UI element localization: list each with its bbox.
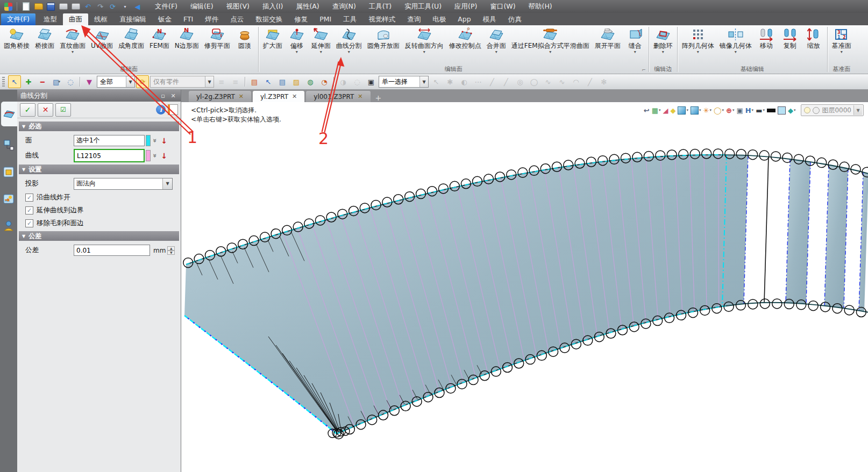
model-canvas[interactable] (181, 102, 868, 472)
ribbon-button-基准面[interactable]: 312 基准面 ▾ (829, 26, 854, 55)
list-manager-icon[interactable]: ▤ (248, 75, 261, 88)
ribbon-tab-曲面[interactable]: 曲面 (63, 13, 88, 25)
section-required[interactable]: ▼ 必选 (19, 121, 179, 131)
ribbon-button-移动[interactable]: 移动 (755, 26, 778, 55)
section-icon[interactable]: ◑ (337, 75, 350, 88)
checkbox-icon[interactable]: ✓ (25, 219, 33, 227)
snap-icon-1[interactable]: ✱ (444, 75, 457, 88)
tolerance-spinner[interactable]: ▲▼ (167, 246, 175, 255)
align-icon[interactable]: ≡ (215, 75, 228, 88)
ribbon-tab-工具[interactable]: 工具 (337, 13, 362, 25)
snap-icon-10[interactable]: ◠ (570, 75, 582, 88)
viewport[interactable]: yl-2g.Z3PRT✕yl.Z3PRT✕yl001.Z3PRT✕+ <Ctrl… (181, 90, 868, 472)
ribbon-button-修剪平面[interactable]: 修剪平面 (202, 26, 233, 55)
pick-mode-combo[interactable]: 单一选择▼ (379, 76, 429, 88)
menu-窗口(W)[interactable]: 窗口(W) (485, 0, 521, 13)
ribbon-button-镜像几何体[interactable]: 镜像几何体 ▾ (717, 26, 755, 55)
chevron-down-icon[interactable]: ▾ (348, 49, 350, 54)
checkbox-移除毛刺和面边[interactable]: ✓移除毛刺和面边 (25, 218, 181, 228)
ribbon-button-删除环[interactable]: 删除环 ▾ (651, 26, 675, 55)
chevron-down-icon[interactable]: ▾ (634, 49, 636, 54)
projection-select[interactable]: 面法向 ▼ (74, 178, 173, 190)
ribbon-button-FEM面[interactable]: N FEM面 (147, 26, 172, 55)
ghost-icon[interactable]: ◌ (351, 75, 364, 88)
snap-icon-7[interactable]: ◯ (528, 75, 540, 88)
snap-icon-11[interactable]: ╱ (584, 75, 596, 88)
chevron-down-icon[interactable]: ▾ (662, 49, 664, 54)
close-icon[interactable]: ✕ (239, 93, 244, 100)
distribute-icon[interactable]: ≡ (229, 75, 242, 88)
ribbon-tab-PMI[interactable]: PMI (314, 13, 337, 25)
menu-工具(T)[interactable]: 工具(T) (364, 0, 397, 13)
ribbon-button-偏移[interactable]: 偏移 ▾ (285, 26, 309, 55)
window-select-icon[interactable]: ▧▾ (50, 75, 63, 88)
section-tolerance[interactable]: ▼ 公差 (19, 231, 179, 241)
chart-icon[interactable]: ◔ (318, 75, 331, 88)
ribbon-button-缝合[interactable]: 缝合 ▾ (623, 26, 647, 55)
print-icon[interactable] (59, 2, 68, 11)
ribbon-button-圆角开放面[interactable]: 圆角开放面 (365, 26, 402, 55)
chevron-down-icon[interactable]: ▾ (423, 49, 425, 54)
menu-插入(I)[interactable]: 插入(I) (257, 0, 288, 13)
snap-icon-8[interactable]: ∿ (542, 75, 554, 88)
sidebar-visual-manager-icon[interactable] (2, 165, 16, 179)
snap-icon-0[interactable]: ↖ (430, 75, 443, 88)
panel-restore-icon[interactable]: ▫ (159, 92, 167, 100)
face-input[interactable]: 选中1个 (74, 135, 145, 146)
pick-list-icon[interactable]: ↖ (262, 75, 275, 88)
ribbon-tab-查询[interactable]: 查询 (401, 13, 426, 25)
dialog-launcher-icon[interactable]: ⌐ (642, 66, 646, 74)
ribbon-button-反转曲面方向[interactable]: 反转曲面方向 ▾ (402, 26, 446, 55)
ribbon-button-复制[interactable]: 复制 (778, 26, 802, 55)
checkbox-沿曲线炸开[interactable]: ✓沿曲线炸开 (25, 192, 181, 202)
ribbon-tab-电极[interactable]: 电极 (426, 13, 452, 25)
chevron-down-icon[interactable]: ▾ (841, 49, 843, 54)
back-icon[interactable]: ◀ (133, 2, 142, 11)
section-settings[interactable]: ▼ 设置 (19, 165, 179, 174)
ribbon-tab-模具[interactable]: 模具 (477, 13, 502, 25)
document-tab-yl.Z3PRT[interactable]: yl.Z3PRT✕ (253, 91, 304, 102)
menu-查询(N)[interactable]: 查询(N) (327, 0, 361, 13)
lasso-select-icon[interactable]: ◌ (64, 75, 77, 88)
open-file-icon[interactable] (34, 2, 43, 11)
filter-combo[interactable]: 全部▼ (97, 76, 135, 88)
ribbon-button-圆顶[interactable]: 圆顶 (233, 26, 257, 55)
snap-icon-5[interactable]: ╱ (500, 75, 513, 88)
ribbon-button-展开平面[interactable]: 展开平面 (592, 26, 623, 55)
ribbon-tab-线框[interactable]: 线框 (88, 13, 113, 25)
document-tab-yl-2g.Z3PRT[interactable]: yl-2g.Z3PRT✕ (189, 91, 251, 102)
ribbon-button-扩大面[interactable]: 扩大面 (260, 26, 285, 55)
curve-input[interactable]: L12105 (74, 149, 145, 162)
history-list-icon[interactable]: ▤ (276, 75, 289, 88)
chevron-down-icon[interactable]: ▾ (697, 49, 699, 54)
face-expand-chevron-icon[interactable]: » (151, 137, 159, 145)
chevron-down-icon[interactable]: ▾ (296, 49, 298, 54)
ribbon-button-直纹曲面[interactable]: 直纹曲面 ▾ (57, 26, 88, 55)
close-icon[interactable]: ✕ (292, 93, 297, 100)
chevron-down-icon[interactable]: ▾ (495, 49, 497, 54)
snap-icon-3[interactable]: ⋯ (472, 75, 485, 88)
menu-视图(V)[interactable]: 视图(V) (221, 0, 255, 13)
chevron-down-icon[interactable]: ▾ (735, 49, 737, 54)
ok-button[interactable]: ✓ (20, 103, 35, 117)
document-tab-yl001.Z3PRT[interactable]: yl001.Z3PRT✕ (306, 91, 370, 102)
ribbon-tab-App[interactable]: App (452, 13, 476, 25)
checkbox-延伸曲线到边界[interactable]: ✓延伸曲线到边界 (25, 205, 181, 215)
filter-icon[interactable]: ▼ (83, 75, 96, 88)
ribbon-tab-点云[interactable]: 点云 (224, 13, 250, 25)
panel-close-icon[interactable]: ✕ (169, 92, 177, 100)
menu-实用工具(U)[interactable]: 实用工具(U) (399, 0, 447, 13)
ribbon-tab-直接编辑[interactable]: 直接编辑 (113, 13, 152, 25)
curve-pick-icon[interactable]: ↓ (159, 152, 169, 160)
checkbox-icon[interactable]: ✓ (25, 206, 33, 214)
refresh-scope-icon[interactable]: ⟳ (136, 75, 149, 88)
globe-icon[interactable]: ◍ (304, 75, 317, 88)
menu-帮助(H)[interactable]: 帮助(H) (523, 0, 558, 13)
toolbar-grip[interactable] (2, 77, 5, 87)
pick-cursor-icon[interactable]: ↖ (8, 75, 21, 88)
sidebar-user-icon[interactable] (2, 219, 16, 233)
ribbon-button-合并面[interactable]: 合并面 ▾ (484, 26, 509, 55)
ribbon-tab-修复[interactable]: 修复 (288, 13, 314, 25)
menu-应用(P)[interactable]: 应用(P) (449, 0, 482, 13)
ribbon-tab-钣金[interactable]: 钣金 (152, 13, 177, 25)
